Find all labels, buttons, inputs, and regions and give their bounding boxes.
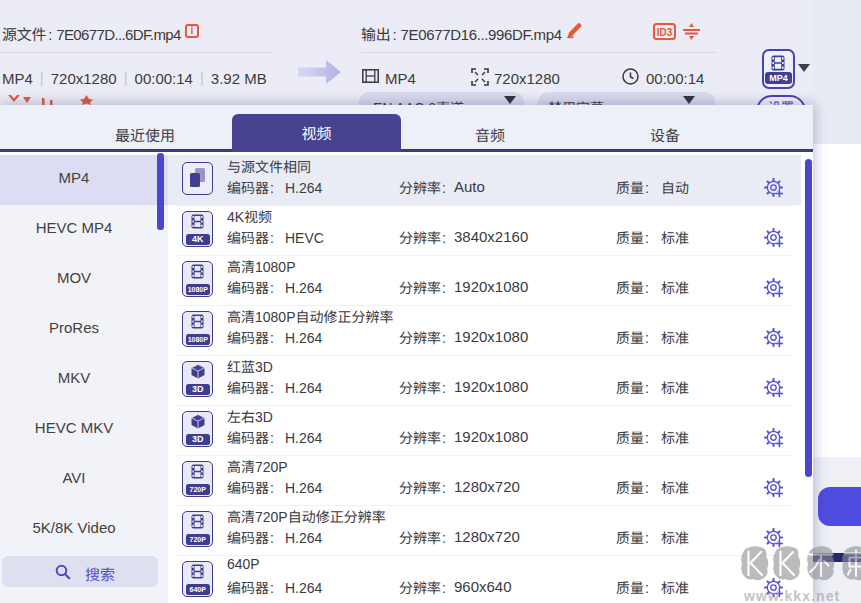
svg-text:ID3: ID3 <box>657 27 673 38</box>
svg-text:www.kkx.net: www.kkx.net <box>743 588 840 603</box>
